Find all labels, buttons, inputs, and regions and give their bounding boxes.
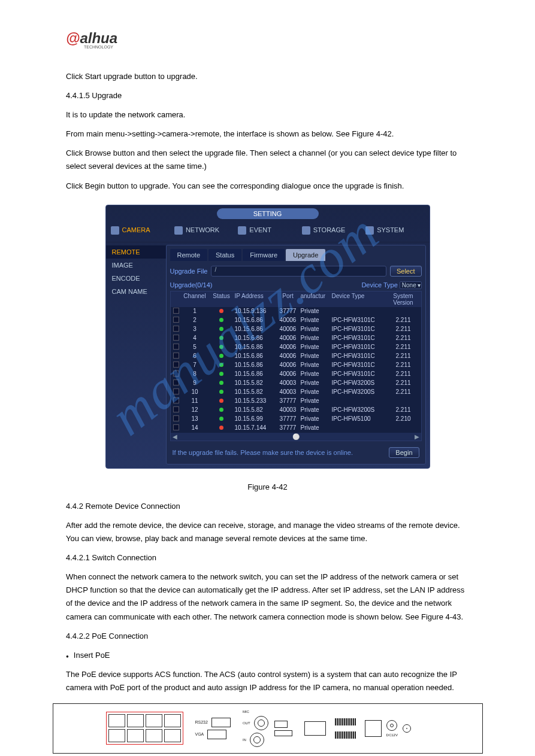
in-label: IN: [243, 738, 246, 742]
row-checkbox[interactable]: [173, 406, 179, 412]
row-checkbox[interactable]: [173, 388, 179, 394]
nav-storage[interactable]: STORAGE: [300, 223, 363, 238]
sidebar-camname[interactable]: CAM NAME: [106, 285, 166, 298]
status-dot: [219, 390, 223, 394]
tab-status[interactable]: Status: [208, 249, 241, 261]
sidebar: REMOTE IMAGE ENCODE CAM NAME: [106, 242, 166, 468]
upgrade-file-input[interactable]: /: [211, 266, 386, 277]
body-text: The PoE device supports ACS function. Th…: [66, 668, 469, 694]
table-row[interactable]: 1310.15.6.9937777PrivateIPC-HFW51002.210: [171, 415, 421, 424]
top-nav: CAMERA NETWORK EVENT STORAGE SYSTEM: [106, 219, 430, 242]
nav-network[interactable]: NETWORK: [172, 223, 235, 238]
col-port: Port: [276, 293, 301, 306]
upgrade-hint: If the upgrade file fails. Please make s…: [173, 449, 353, 456]
table-row[interactable]: 610.15.6.8640006PrivateIPC-HFW3101C2.211: [171, 352, 421, 361]
audio-in-jack: [250, 733, 264, 747]
tab-firmware[interactable]: Firmware: [243, 249, 285, 261]
camera-icon: [111, 226, 119, 235]
settings-dialog: SETTING CAMERA NETWORK EVENT STORAGE SYS…: [105, 205, 430, 469]
row-checkbox[interactable]: [173, 326, 179, 332]
system-icon: [365, 226, 374, 235]
storage-icon: [302, 226, 310, 235]
row-checkbox[interactable]: [173, 335, 179, 341]
table-row[interactable]: 1410.15.7.14437777Private: [171, 424, 421, 433]
row-checkbox[interactable]: [173, 379, 179, 385]
ground-terminal: [403, 724, 411, 733]
status-dot: [219, 399, 223, 403]
nav-system[interactable]: SYSTEM: [363, 223, 427, 238]
body-text: It is to update the network camera.: [66, 108, 469, 122]
table-row[interactable]: 1010.15.5.8240003PrivateIPC-HFW3200S2.21…: [171, 388, 421, 397]
col-ip: IP Address: [235, 293, 276, 306]
col-channel: Channel: [182, 293, 208, 306]
out-label: OUT: [243, 721, 250, 725]
row-checkbox[interactable]: [173, 308, 179, 314]
row-checkbox[interactable]: [173, 371, 179, 377]
nav-event[interactable]: EVENT: [235, 223, 299, 238]
device-type-label: Device Type: [361, 281, 397, 289]
table-row[interactable]: 710.15.6.8640006PrivateIPC-HFW3101C2.211: [171, 361, 421, 370]
body-text: From main menu->setting->camera->remote,…: [66, 127, 469, 141]
table-row[interactable]: 210.15.6.8640006PrivateIPC-HFW3101C2.211: [171, 316, 421, 325]
body-text: Click Browse button and then select the …: [66, 147, 469, 173]
sidebar-image[interactable]: IMAGE: [106, 259, 166, 272]
heading: 4.4.2.2 PoE Connection: [66, 630, 469, 643]
terminal-block: [335, 718, 356, 725]
upgrade-count-label: Upgrade(0/14): [170, 281, 213, 289]
table-row[interactable]: 510.15.6.8640006PrivateIPC-HFW3101C2.211: [171, 343, 421, 352]
status-dot: [219, 426, 223, 430]
table-row[interactable]: 310.15.6.8640006PrivateIPC-HFW3101C2.211: [171, 325, 421, 334]
terminal-block: [335, 731, 356, 739]
table-row[interactable]: 1110.15.5.23337777Private: [171, 397, 421, 406]
body-text: Click Begin button to upgrade. You can s…: [66, 180, 469, 193]
status-dot: [219, 417, 223, 421]
col-mfr: anufactur: [301, 293, 332, 306]
vga-label: VGA: [195, 732, 204, 736]
col-status: Status: [208, 293, 235, 306]
sidebar-encode[interactable]: ENCODE: [106, 272, 166, 285]
tab-upgrade[interactable]: Upgrade: [286, 249, 325, 261]
status-dot: [219, 318, 223, 322]
status-dot: [219, 336, 223, 340]
device-type-select[interactable]: None ▾: [400, 281, 422, 289]
table-row[interactable]: 1210.15.5.8240003PrivateIPC-HFW3200S2.21…: [171, 406, 421, 415]
lan-port: [304, 721, 326, 736]
col-devtype: Device Type: [332, 293, 386, 306]
body-text: When connect the network camera to the n…: [66, 570, 469, 623]
heading: 4.4.1.5 Upgrade: [66, 89, 469, 102]
col-version: System Version: [386, 293, 421, 306]
scrollbar[interactable]: ◀⚪▶: [171, 433, 421, 441]
select-button[interactable]: Select: [390, 266, 422, 277]
row-checkbox[interactable]: [173, 397, 179, 403]
tabs: Remote Status Firmware Upgrade: [170, 249, 422, 261]
status-dot: [219, 381, 223, 385]
nav-camera[interactable]: CAMERA: [108, 223, 172, 238]
begin-button[interactable]: Begin: [389, 447, 419, 458]
status-dot: [219, 372, 223, 376]
audio-out-jack: [254, 716, 268, 730]
network-icon: [174, 226, 183, 235]
status-dot: [219, 408, 223, 412]
status-dot: [219, 363, 223, 367]
figure-caption: Figure 4-42: [66, 481, 469, 494]
table-row[interactable]: 910.15.5.8240003PrivateIPC-HFW3200S2.211: [171, 379, 421, 388]
rear-panel-figure: RS232 VGA MIC OUT IN DC12V: [53, 703, 483, 754]
table-row[interactable]: 110.15.9.13637777Private: [171, 307, 421, 316]
dc-jack: [386, 720, 397, 731]
status-dot: [219, 309, 223, 313]
vga-port: [207, 730, 226, 739]
table-row[interactable]: 810.15.6.8640006PrivateIPC-HFW3101C2.211: [171, 370, 421, 379]
row-checkbox[interactable]: [173, 424, 179, 430]
tab-remote[interactable]: Remote: [170, 249, 208, 261]
row-checkbox[interactable]: [173, 353, 179, 359]
content-panel: Remote Status Firmware Upgrade Upgrade F…: [166, 245, 426, 464]
bullet-text: Insert PoE: [66, 649, 469, 662]
table-row[interactable]: 410.15.6.8640006PrivateIPC-HFW3101C2.211: [171, 334, 421, 343]
row-checkbox[interactable]: [173, 415, 179, 421]
row-checkbox[interactable]: [173, 362, 179, 368]
row-checkbox[interactable]: [173, 317, 179, 323]
body-text: Click Start upgrade button to upgrade.: [66, 70, 469, 83]
sidebar-remote[interactable]: REMOTE: [106, 245, 166, 259]
row-checkbox[interactable]: [173, 344, 179, 350]
status-dot: [219, 327, 223, 331]
